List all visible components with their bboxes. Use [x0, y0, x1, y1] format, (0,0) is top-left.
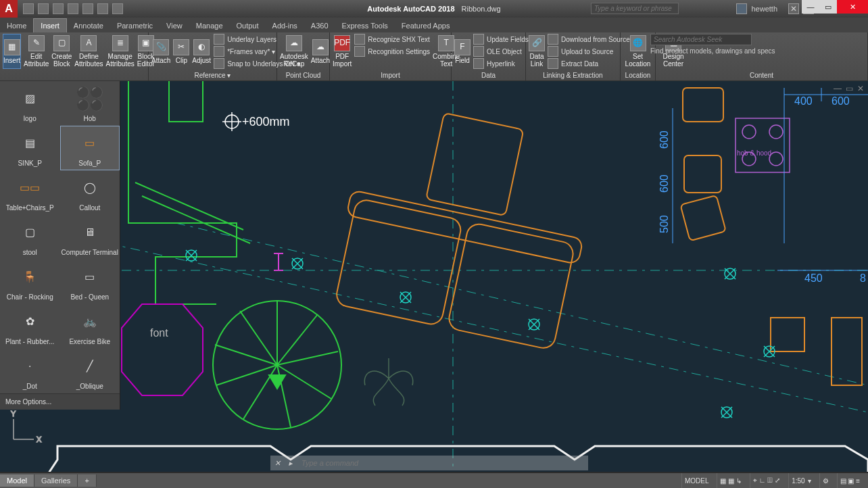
tab-express[interactable]: Express Tools	[335, 19, 395, 32]
manage-attributes-button[interactable]: ≣Manage Attributes	[106, 34, 135, 69]
viewport-min-icon[interactable]: —	[834, 84, 842, 93]
close-button[interactable]: ✕	[837, 0, 868, 14]
insert-block-button[interactable]: ▦Insert	[3, 34, 21, 69]
svg-rect-18	[335, 198, 463, 326]
status-model[interactable]: MODEL	[681, 473, 712, 488]
panel-linking: 🔗Data Link Download from Source Upload t…	[526, 32, 621, 80]
clip-button[interactable]: ✂Clip	[173, 34, 189, 69]
field-button[interactable]: FField	[454, 34, 471, 69]
attach-button[interactable]: 📎Attach	[151, 34, 170, 69]
tab-manage[interactable]: Manage	[189, 19, 230, 32]
panel-import-title: Import	[333, 70, 448, 80]
recognize-shx-button[interactable]: Recognize SHX Text	[354, 34, 430, 45]
cmd-prompt-icon: ▸	[284, 459, 297, 468]
saveas-icon[interactable]	[68, 3, 78, 14]
block-palette: ▨logo⚫⚫ ⚫⚫Hob▤SINK_P▭Sofa_P▭▭Table+Chair…	[0, 81, 120, 410]
data-link-button[interactable]: 🔗Data Link	[529, 34, 545, 69]
palette-item-exercise-bike[interactable]: 🚲Exercise Bike	[60, 304, 120, 349]
tab-home[interactable]: Home	[0, 19, 33, 32]
recap-button[interactable]: ☁Autodesk ReCap	[280, 34, 308, 69]
tab-annotate[interactable]: Annotate	[67, 19, 110, 32]
ole-object-button[interactable]: OLE Object	[473, 46, 529, 57]
create-block-button[interactable]: ▢Create Block	[51, 34, 72, 69]
new-icon[interactable]	[23, 3, 34, 14]
svg-line-12	[243, 365, 277, 419]
palette-item-logo[interactable]: ▨logo	[0, 81, 60, 126]
palette-item-sofa-p[interactable]: ▭Sofa_P	[60, 126, 120, 170]
recognition-settings-button[interactable]: Recognition Settings	[354, 46, 430, 57]
panel-pointcloud: ☁Autodesk ReCap ☁Attach Point Cloud	[277, 32, 330, 80]
palette-item-stool[interactable]: ▢stool	[0, 215, 60, 260]
svg-rect-23	[684, 155, 721, 193]
palette-more-options[interactable]: More Options...	[0, 393, 120, 410]
palette-thumb-icon: ▨	[14, 85, 46, 112]
recap-icon: ☁	[286, 35, 302, 51]
manage-attr-icon: ≣	[112, 35, 128, 51]
pdf-import-button[interactable]: PDFPDF Import	[333, 34, 352, 69]
autodesk-seek-input[interactable]	[650, 34, 752, 45]
edit-attribute-button[interactable]: ✎Edit Attribute	[24, 34, 49, 69]
status-grid-icon[interactable]: ▦ ▦ ↳	[717, 473, 744, 488]
plot-icon[interactable]	[82, 3, 93, 14]
palette-item--dot[interactable]: ·_Dot	[0, 349, 60, 393]
layout-tab-galleries[interactable]: Galleries	[34, 474, 78, 487]
tab-view[interactable]: View	[160, 19, 189, 32]
exchange-icon[interactable]: ✕	[788, 3, 799, 14]
tab-addins[interactable]: Add-ins	[266, 19, 304, 32]
palette-item-chair-rocking[interactable]: 🪑Chair - Rocking	[0, 260, 60, 304]
panel-data-title: Data	[454, 70, 523, 80]
panel-reference: 📎Attach ✂Clip ◐Adjust Underlay Layers *F…	[149, 32, 277, 80]
define-attributes-button[interactable]: ADefine Attributes	[74, 34, 103, 69]
dim-500: 500	[658, 215, 670, 233]
window-title: Autodesk AutoCAD 2018 Ribbon.dwg	[367, 5, 500, 13]
palette-item-hob[interactable]: ⚫⚫ ⚫⚫Hob	[60, 81, 120, 126]
status-more-icons[interactable]: ▤ ▣ ≡	[837, 473, 863, 488]
command-input[interactable]	[297, 459, 588, 467]
tab-a360[interactable]: A360	[304, 19, 335, 32]
palette-thumb-icon: ▭	[74, 264, 106, 291]
adjust-button[interactable]: ◐Adjust	[192, 34, 211, 69]
help-search-input[interactable]	[591, 3, 679, 14]
viewport-close-icon[interactable]: ✕	[857, 84, 864, 93]
tab-insert[interactable]: Insert	[33, 18, 67, 32]
redo-icon[interactable]	[112, 3, 123, 14]
panel-reference-title[interactable]: Reference ▾	[151, 70, 274, 80]
download-source-button[interactable]: Download from Source	[548, 34, 630, 45]
panel-pointcloud-title: Point Cloud	[280, 70, 327, 80]
upload-source-button[interactable]: Upload to Source	[548, 46, 630, 57]
set-location-button[interactable]: 🌐Set Location	[623, 34, 652, 69]
viewport-max-icon[interactable]: ▭	[846, 84, 853, 93]
cmd-close-icon[interactable]: ✕	[270, 459, 284, 468]
palette-item-plant-rubber-[interactable]: ✿Plant - Rubber...	[0, 304, 60, 349]
palette-item-computer-terminal[interactable]: 🖥Computer Terminal	[60, 215, 120, 260]
minimize-button[interactable]: —	[802, 0, 819, 14]
undo-icon[interactable]	[97, 3, 108, 14]
panel-location-title: Location	[623, 70, 652, 80]
tab-featured[interactable]: Featured Apps	[395, 19, 457, 32]
extract-data-button[interactable]: Extract Data	[548, 58, 630, 69]
update-fields-button[interactable]: Update Fields	[473, 34, 529, 45]
palette-item--oblique[interactable]: ╱_Oblique	[60, 349, 120, 393]
palette-item-label: Bed - Queen	[70, 293, 109, 301]
app-logo[interactable]: A	[0, 0, 18, 18]
layout-tab-model[interactable]: Model	[0, 474, 34, 487]
palette-thumb-icon: ▤	[14, 130, 46, 157]
layout-tab-add[interactable]: +	[78, 474, 96, 487]
status-scale[interactable]: 1:50 ▾	[788, 473, 813, 488]
palette-item-table-chairs-p[interactable]: ▭▭Table+Chairs_P	[0, 170, 60, 215]
tab-parametric[interactable]: Parametric	[110, 19, 160, 32]
maximize-button[interactable]: ▭	[819, 0, 837, 14]
drawing-canvas[interactable]: font hob & hood 400 600 600 60	[0, 81, 868, 472]
palette-item-callout[interactable]: ◯Callout	[60, 170, 120, 215]
hyperlink-button[interactable]: Hyperlink	[473, 58, 529, 69]
pc-attach-button[interactable]: ☁Attach	[311, 34, 330, 69]
palette-item-sink-p[interactable]: ▤SINK_P	[0, 126, 60, 170]
status-gear-icon[interactable]: ⚙	[819, 473, 831, 488]
open-icon[interactable]	[38, 3, 49, 14]
status-snap-icons[interactable]: ⌖ ∟ ▥ ⤢	[750, 473, 783, 488]
tab-output[interactable]: Output	[230, 19, 266, 32]
svg-line-15	[240, 311, 277, 365]
command-line[interactable]: ✕ ▸	[270, 456, 588, 470]
save-icon[interactable]	[53, 3, 64, 14]
palette-item-bed-queen[interactable]: ▭Bed - Queen	[60, 260, 120, 304]
